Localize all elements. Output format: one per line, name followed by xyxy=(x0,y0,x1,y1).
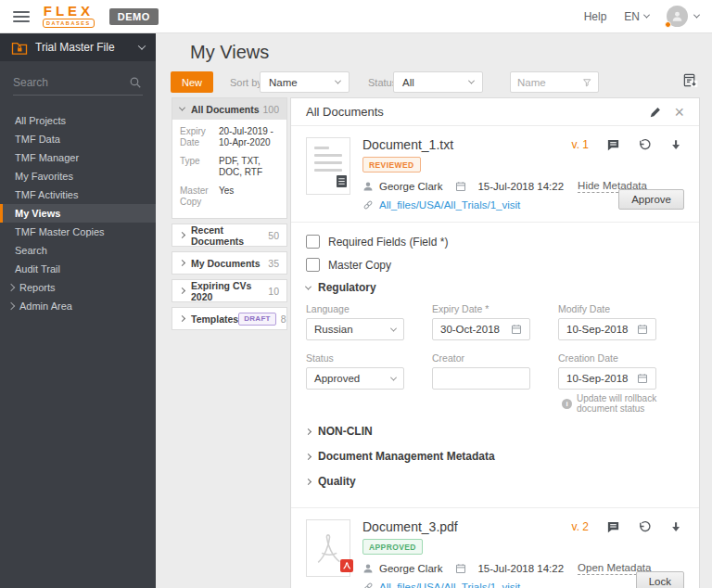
view-count: 100 xyxy=(262,104,279,115)
sort-select[interactable]: Name xyxy=(260,71,350,93)
document-name[interactable]: Document_3.pdf xyxy=(362,519,458,534)
comments-button[interactable] xyxy=(606,138,620,152)
name-filter-input[interactable] xyxy=(517,77,582,88)
rollback-button[interactable] xyxy=(638,520,652,534)
sidebar-item-tmf-data[interactable]: TMF Data xyxy=(0,130,156,148)
filter-row: Expiry Date 20-Jul-2019 - 10-Apr-2020 xyxy=(180,126,279,148)
pdf-file-icon xyxy=(340,559,353,572)
rollback-button[interactable] xyxy=(638,138,652,152)
creation-date-input[interactable]: 10-Sep-2018 xyxy=(558,367,656,390)
hamburger-menu-icon[interactable] xyxy=(13,8,30,25)
top-bar: FLEX DATABASES DEMO Help EN xyxy=(0,0,712,33)
user-avatar[interactable] xyxy=(667,6,688,27)
panel-title: All Documents xyxy=(306,105,384,119)
document-thumbnail[interactable] xyxy=(306,137,350,195)
section-regulatory[interactable]: Regulatory xyxy=(306,281,684,294)
creator-input[interactable] xyxy=(440,373,522,384)
master-copy-checkbox[interactable] xyxy=(306,258,320,272)
section-document-management-metadata[interactable]: Document Management Metadata xyxy=(306,450,684,463)
chevron-down-icon xyxy=(468,78,475,84)
close-icon[interactable]: × xyxy=(674,106,684,119)
view-count: 35 xyxy=(268,258,279,269)
view-templates[interactable]: Templates DRAFT 8 xyxy=(172,308,286,329)
status-badge: APPROVED xyxy=(362,539,423,555)
chevron-right-icon xyxy=(305,478,312,484)
status-field-label: Status xyxy=(306,352,404,364)
chevron-down-icon[interactable] xyxy=(693,12,700,19)
sidebar-item-my-views[interactable]: My Views xyxy=(0,204,156,223)
person-icon xyxy=(671,10,683,22)
name-filter xyxy=(510,71,599,93)
sidebar-menu: All Projects TMF Data TMF Manager My Fav… xyxy=(0,111,156,315)
txt-file-icon xyxy=(337,174,347,191)
view-card-templates: Templates DRAFT 8 xyxy=(172,307,287,330)
language-value: EN xyxy=(624,10,640,23)
person-icon xyxy=(362,181,374,192)
sidebar-item-tmf-manager[interactable]: TMF Manager xyxy=(0,148,156,167)
filter-funnel-icon[interactable] xyxy=(582,77,591,88)
document-thumbnail[interactable] xyxy=(306,519,350,577)
sidebar-item-tmf-activities[interactable]: TMF Activities xyxy=(0,185,156,204)
view-card-expiring-cvs: Expiring CVs 2020 10 xyxy=(172,279,287,302)
filter-row: Type PDF, TXT, DOC, RTF xyxy=(180,156,279,178)
status-select[interactable]: All xyxy=(393,71,483,93)
rollback-note: i Update will rollback document status xyxy=(562,393,684,414)
document-path-link[interactable]: All_files/USA/All_Trials/1_visit xyxy=(379,199,520,211)
chevron-right-icon xyxy=(7,302,15,310)
sidebar-item-tmf-master-copies[interactable]: TMF Master Copies xyxy=(0,223,156,241)
section-non-clin[interactable]: NON-CLIN xyxy=(306,425,684,438)
sidebar-item-my-favorites[interactable]: My Favorites xyxy=(0,167,156,185)
help-link[interactable]: Help xyxy=(584,10,607,23)
comments-button[interactable] xyxy=(606,520,620,534)
undo-icon xyxy=(638,520,652,534)
approve-button[interactable]: Approve xyxy=(618,189,684,210)
documents-panel: All Documents × Document_1.t xyxy=(290,97,700,588)
sidebar-item-search[interactable]: Search xyxy=(0,241,156,260)
view-all-documents[interactable]: All Documents 100 xyxy=(172,98,286,120)
expiry-date-input[interactable]: 30-Oct-2018 xyxy=(432,318,530,340)
export-table-icon[interactable] xyxy=(682,72,698,92)
chevron-right-icon xyxy=(7,284,15,291)
chevron-right-icon xyxy=(305,453,312,459)
download-button[interactable] xyxy=(669,138,682,152)
document-name[interactable]: Document_1.txt xyxy=(362,137,453,152)
section-quality[interactable]: Quality xyxy=(306,475,684,488)
sidebar-item-audit-trail[interactable]: Audit Trail xyxy=(0,260,156,278)
new-button[interactable]: New xyxy=(171,71,213,93)
module-switcher[interactable]: Trial Master File xyxy=(0,33,156,61)
info-icon: i xyxy=(562,399,572,409)
language-selector[interactable]: EN xyxy=(624,10,649,23)
sidebar-item-admin-area[interactable]: Admin Area xyxy=(0,297,156,315)
view-expiring-cvs[interactable]: Expiring CVs 2020 10 xyxy=(172,280,286,301)
download-button[interactable] xyxy=(669,520,682,534)
language-select[interactable]: Russian xyxy=(306,318,404,340)
chevron-down-icon xyxy=(179,105,185,111)
edit-view-button[interactable] xyxy=(649,106,662,119)
view-card-recent-documents: Recent Documents 50 xyxy=(172,224,287,247)
link-icon xyxy=(362,199,374,211)
sidebar-search-input[interactable] xyxy=(13,73,143,96)
search-icon[interactable] xyxy=(129,76,142,89)
link-icon xyxy=(362,582,374,588)
download-icon xyxy=(669,138,682,152)
main-content: My Views New Sort by Name Status All All… xyxy=(156,33,712,588)
sidebar-item-reports[interactable]: Reports xyxy=(0,278,156,297)
view-my-documents[interactable]: My Documents 35 xyxy=(172,252,286,274)
chevron-right-icon xyxy=(179,232,185,238)
document-path-link[interactable]: All_files/USA/All_Trials/1_visit xyxy=(379,582,520,588)
pencil-icon xyxy=(649,106,662,119)
module-title: Trial Master File xyxy=(35,41,115,54)
view-recent-documents[interactable]: Recent Documents 50 xyxy=(172,224,286,246)
calendar-icon xyxy=(455,181,466,192)
undo-icon xyxy=(638,138,652,152)
lock-button[interactable]: Lock xyxy=(636,571,684,588)
required-fields-row: Required Fields (Field *) xyxy=(306,235,684,249)
document-card-2: Document_3.pdf v. 2 APPROV xyxy=(291,508,699,588)
view-count: 10 xyxy=(268,286,279,297)
required-fields-checkbox[interactable] xyxy=(306,235,320,249)
chevron-down-icon xyxy=(305,283,312,289)
status-field-select[interactable]: Approved xyxy=(306,367,404,390)
sidebar-item-all-projects[interactable]: All Projects xyxy=(0,111,156,130)
chevron-down-icon xyxy=(138,42,146,49)
modify-date-input[interactable]: 10-Sep-2018 xyxy=(558,318,656,340)
